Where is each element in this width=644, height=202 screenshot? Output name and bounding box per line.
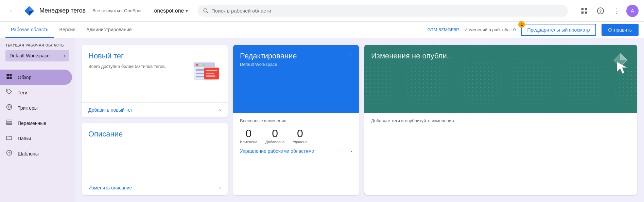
- folders-icon: [5, 134, 13, 143]
- account-dropdown-icon: ▾: [186, 8, 188, 14]
- workspace-label: ТЕКУЩАЯ РАБОЧАЯ ОБЛАСТЬ: [5, 43, 69, 47]
- svg-marker-1: [29, 6, 34, 11]
- help-button[interactable]: ?: [594, 4, 607, 18]
- new-tag-card-top: Новый тег Всего доступно более 50 типов …: [82, 45, 228, 102]
- breadcrumb: Все аккаунты › OneSpot: [92, 8, 147, 13]
- svg-rect-18: [6, 120, 12, 121]
- edit-card-top: Редактирование Default Workspace ⋮: [233, 45, 359, 113]
- workspace-name: Default Workspace: [10, 53, 50, 58]
- dotted-background: [364, 45, 637, 113]
- search-icon: [203, 8, 209, 14]
- cursor-illustration: [610, 52, 630, 72]
- svg-rect-31: [206, 70, 217, 71]
- tab-versions[interactable]: Версии: [54, 22, 81, 38]
- svg-rect-8: [585, 11, 587, 13]
- sidebar-item-tags[interactable]: Теги: [0, 85, 72, 100]
- help-icon: ?: [597, 7, 604, 15]
- svg-rect-5: [581, 8, 584, 10]
- overview-icon: [5, 73, 13, 81]
- changes-numbers: 0 Изменено 0 Добавлено 0 Удалено: [240, 127, 352, 144]
- edit-menu-button[interactable]: ⋮: [347, 50, 353, 58]
- publish-desc: Добавьте теги и опубликуйте изменения.: [371, 118, 630, 123]
- add-new-tag-label: Добавить новый тег: [88, 107, 133, 113]
- sidebar-item-folders[interactable]: Папки: [0, 131, 72, 146]
- svg-marker-35: [620, 53, 627, 60]
- search-bar[interactable]: [197, 5, 568, 17]
- grid-button[interactable]: [577, 4, 591, 18]
- change-deleted-number: 0: [297, 127, 303, 140]
- back-button[interactable]: ←: [5, 4, 19, 18]
- change-added-number: 0: [272, 127, 278, 140]
- description-card-top: Описание: [82, 123, 228, 180]
- workspace-selector[interactable]: Default Workspace ›: [5, 50, 69, 61]
- svg-marker-2: [29, 11, 34, 16]
- app-title: Менеджер тегов: [39, 7, 86, 14]
- svg-point-16: [7, 105, 12, 110]
- sidebar: ТЕКУЩАЯ РАБОЧАЯ ОБЛАСТЬ Default Workspac…: [0, 38, 75, 202]
- submit-button[interactable]: Отправить: [602, 24, 639, 36]
- manage-workspaces-link[interactable]: Управление рабочими областями ›: [240, 148, 352, 154]
- tags-icon: [5, 88, 13, 97]
- change-description-link[interactable]: Изменить описание ›: [82, 180, 228, 195]
- edit-title: Редактирование: [240, 52, 352, 60]
- new-tag-content: Новый тег Всего доступно более 50 типов …: [88, 52, 188, 95]
- change-item-added: 0 Добавлено: [265, 127, 284, 144]
- add-new-tag-link[interactable]: Добавить новый тег ›: [82, 102, 228, 117]
- description-title: Описание: [88, 130, 221, 139]
- change-description-arrow: ›: [219, 185, 221, 190]
- changes-title: Внесенные изменения: [240, 118, 352, 123]
- breadcrumb-separator: ›: [121, 8, 123, 13]
- avatar[interactable]: A: [626, 5, 639, 17]
- account-selector[interactable]: onespot.one ▾: [154, 8, 188, 14]
- triggers-icon: [5, 104, 13, 112]
- svg-text:?: ?: [599, 8, 602, 13]
- nav-tabs: Рабочая область Версии Администрирование…: [0, 22, 644, 38]
- change-item-modified: 0 Изменено: [240, 127, 257, 144]
- more-options-button[interactable]: ⋮: [610, 4, 624, 18]
- left-column: Новый тег Всего доступно более 50 типов …: [82, 45, 228, 195]
- search-input[interactable]: [211, 8, 562, 14]
- description-card: Описание Изменить описание ›: [82, 123, 228, 196]
- new-tag-card: Новый тег Всего доступно более 50 типов …: [82, 45, 228, 117]
- manage-workspaces-label: Управление рабочими областями: [240, 148, 314, 154]
- breadcrumb-all[interactable]: Все аккаунты: [92, 8, 120, 13]
- sidebar-item-tags-label: Теги: [18, 90, 27, 95]
- svg-point-17: [8, 106, 11, 108]
- preview-button[interactable]: Предварительный просмотр: [521, 24, 596, 36]
- app-header: ← Менеджер тегов Все аккаунты › OneSpot …: [0, 0, 644, 22]
- new-tag-desc: Всего доступно более 50 типов тегов.: [88, 63, 188, 70]
- new-tag-illustration: [194, 52, 221, 95]
- publish-card: Изменения не опубли... Добавьте теги и о…: [364, 45, 637, 195]
- svg-rect-20: [6, 123, 12, 124]
- change-deleted-label: Удалено: [293, 140, 307, 144]
- svg-line-4: [207, 12, 208, 13]
- manage-workspaces-arrow: ›: [350, 148, 352, 154]
- cursor-icon: [610, 52, 630, 75]
- add-new-tag-arrow: ›: [219, 107, 221, 113]
- svg-rect-12: [10, 74, 12, 76]
- sidebar-item-triggers[interactable]: Триггеры: [0, 100, 72, 115]
- sidebar-item-overview[interactable]: Обзор: [0, 70, 72, 85]
- publish-card-bottom: Добавьте теги и опубликуйте изменения.: [364, 113, 637, 195]
- workspace-chevron-icon: ›: [64, 53, 65, 59]
- sidebar-item-overview-label: Обзор: [18, 75, 31, 80]
- gtm-id[interactable]: GTM-5ZMGF6P: [428, 27, 459, 32]
- tab-workspace[interactable]: Рабочая область: [5, 22, 54, 38]
- change-modified-number: 0: [246, 127, 252, 140]
- content-area: Новый тег Всего доступно более 50 типов …: [75, 38, 644, 202]
- sidebar-item-variables[interactable]: Переменные: [0, 115, 72, 131]
- svg-rect-7: [581, 11, 584, 13]
- tab-admin[interactable]: Администрирование: [81, 22, 137, 38]
- sidebar-item-templates[interactable]: Шаблоны: [0, 146, 72, 161]
- preview-badge: 1: [518, 21, 525, 28]
- main-content: ТЕКУЩАЯ РАБОЧАЯ ОБЛАСТЬ Default Workspac…: [0, 38, 644, 202]
- svg-rect-19: [6, 122, 12, 123]
- change-modified-label: Изменено: [240, 140, 257, 144]
- changes-count: Изменений в раб. обл.: 0: [465, 27, 516, 32]
- tag-browser-illustration: [194, 62, 221, 85]
- more-icon: ⋮: [613, 7, 620, 15]
- svg-rect-33: [206, 75, 215, 77]
- breadcrumb-account[interactable]: OneSpot: [124, 8, 141, 13]
- svg-point-26: [203, 64, 205, 66]
- sidebar-item-variables-label: Переменные: [18, 121, 46, 126]
